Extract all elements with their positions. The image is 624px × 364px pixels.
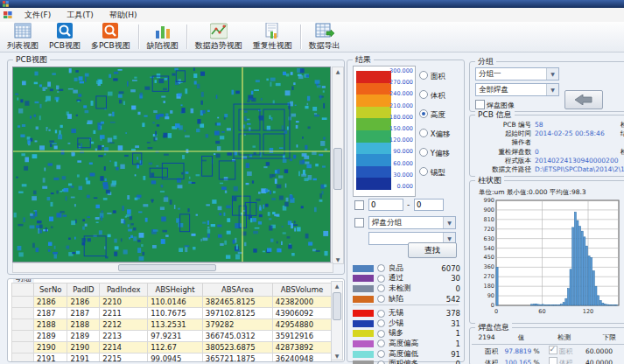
toolbar-button-6[interactable]: 数据导出 — [304, 23, 346, 51]
pad-group-dropdown[interactable]: 焊盘分组 ▼ — [368, 216, 456, 229]
table-cell[interactable]: 110.0146 — [148, 297, 203, 308]
legend-row-4[interactable]: 无锡378 — [353, 308, 460, 318]
scroll-down-icon[interactable]: ▼ — [336, 256, 340, 263]
table-cell[interactable]: 2191 — [34, 354, 67, 363]
metric-radio-3[interactable]: X偏移 — [419, 129, 451, 140]
legend-row-3[interactable]: 缺陷542 — [353, 294, 460, 304]
table-cell[interactable]: 99.0945 — [148, 354, 203, 363]
legend-row-0[interactable]: 良品6070 — [353, 263, 460, 274]
table-cell[interactable]: 2211 — [100, 308, 148, 319]
scroll-up-icon[interactable]: ▲ — [335, 282, 340, 290]
pcb-vscroll-thumb[interactable] — [333, 148, 342, 190]
details-col-PadIndex[interactable]: PadIndex — [100, 284, 148, 297]
pad-image-checkbox[interactable] — [475, 100, 485, 109]
legend-row-7[interactable]: 高度偏高1 — [353, 339, 460, 349]
toolbar-button-3[interactable]: 缺陷视图 — [142, 23, 184, 51]
radio-icon[interactable] — [377, 264, 385, 272]
table-cell[interactable]: 2188 — [67, 319, 100, 331]
details-col-ABSHeight[interactable]: ABSHeight — [148, 284, 203, 297]
table-cell[interactable]: 2213 — [100, 331, 148, 342]
find-button[interactable]: 查找 — [408, 242, 457, 258]
table-cell[interactable]: 2215 — [100, 354, 148, 363]
metric-radio-1[interactable]: 体积 — [419, 90, 445, 102]
metric-radio-5[interactable]: 锡型 — [419, 167, 445, 178]
table-cell[interactable]: 112.67 — [148, 342, 203, 354]
row-header[interactable] — [12, 331, 34, 342]
legend-row-9[interactable]: 面积偏多0 — [353, 359, 460, 364]
chevron-down-icon[interactable]: ▼ — [546, 84, 558, 95]
table-cell[interactable]: 43906092 — [272, 308, 331, 319]
details-col-SerNo[interactable]: SerNo — [34, 284, 67, 297]
radio-icon[interactable] — [377, 275, 385, 283]
menu-item-2[interactable]: 帮助(H) — [102, 9, 144, 22]
table-cell[interactable]: 2190 — [34, 342, 67, 354]
table-cell[interactable]: 2210 — [100, 297, 148, 308]
chevron-down-icon[interactable]: ▼ — [443, 217, 455, 228]
menu-item-1[interactable]: 工具(T) — [60, 9, 101, 22]
table-cell[interactable]: 110.7675 — [148, 308, 203, 319]
table-cell[interactable]: 397102.8125 — [202, 308, 272, 319]
menu-item-0[interactable]: 文件(F) — [18, 9, 58, 22]
row-header[interactable] — [12, 308, 34, 319]
radio-icon[interactable] — [377, 360, 385, 364]
legend-row-5[interactable]: 少锡31 — [353, 318, 460, 329]
radio-icon[interactable] — [377, 310, 385, 318]
table-cell[interactable]: 2212 — [100, 319, 148, 331]
table-cell[interactable]: 366745.0312 — [202, 331, 272, 342]
details-col-ABSArea[interactable]: ABSArea — [202, 284, 272, 297]
checkbox-icon[interactable] — [549, 357, 557, 364]
row-header[interactable] — [12, 297, 34, 308]
radio-icon[interactable] — [377, 295, 385, 303]
range-filter-checkbox[interactable] — [354, 200, 364, 210]
table-cell[interactable]: 35912916 — [272, 331, 331, 342]
table-cell[interactable]: 2186 — [67, 297, 100, 308]
row-header[interactable] — [12, 354, 34, 363]
pcb-board-canvas[interactable] — [12, 66, 331, 262]
table-row[interactable]: 219021902214112.67380523.687542873892 — [12, 342, 332, 354]
table-cell[interactable]: 42382000 — [272, 297, 331, 308]
chevron-down-icon[interactable]: ▼ — [546, 68, 558, 80]
radio-icon[interactable] — [377, 340, 385, 347]
table-row[interactable]: 21892189221397.9231366745.031235912916 — [12, 331, 332, 342]
details-vscroll-thumb[interactable] — [333, 292, 341, 320]
table-cell[interactable]: 36240948 — [272, 354, 331, 363]
toolbar-button-1[interactable]: PCB视图 — [44, 23, 86, 51]
table-cell[interactable]: 2189 — [67, 331, 100, 342]
radio-icon[interactable] — [419, 90, 428, 99]
toolbar-button-4[interactable]: 数据趋势视图 — [190, 23, 248, 51]
radio-icon[interactable] — [377, 284, 385, 292]
table-cell[interactable]: 2187 — [34, 308, 67, 319]
radio-icon[interactable] — [419, 167, 428, 176]
metric-radio-4[interactable]: Y偏移 — [419, 148, 450, 159]
table-row[interactable]: 218721872211110.7675397102.812543906092 — [12, 308, 332, 319]
pad-check-group[interactable]: 体积 — [549, 359, 572, 364]
radio-icon[interactable] — [419, 71, 428, 80]
table-cell[interactable]: 42873892 — [272, 342, 331, 354]
table-cell[interactable]: 42954880 — [272, 319, 331, 331]
table-cell[interactable]: 113.2531 — [148, 319, 203, 331]
legend-row-1[interactable]: 通过30 — [353, 274, 460, 284]
radio-icon[interactable] — [419, 148, 428, 157]
pcb-hscroll-thumb[interactable] — [118, 264, 216, 271]
legend-row-2[interactable]: 未检测0 — [353, 284, 460, 294]
details-vertical-scrollbar[interactable]: ▲ ▼ — [331, 281, 343, 360]
scroll-up-icon[interactable]: ▲ — [336, 67, 340, 75]
range-to-input[interactable] — [414, 199, 444, 211]
pcb-vertical-scrollbar[interactable]: ▲ ▼ — [332, 66, 344, 264]
toolbar-button-0[interactable]: 列表视图 — [2, 23, 44, 51]
scroll-down-icon[interactable]: ▼ — [335, 352, 340, 360]
table-cell[interactable]: 2191 — [67, 354, 100, 363]
checkbox-icon[interactable] — [549, 346, 557, 354]
group-one-dropdown[interactable]: 分组一 ▼ — [475, 67, 559, 80]
pcb-horizontal-scrollbar[interactable] — [12, 262, 333, 273]
table-cell[interactable]: 2189 — [34, 331, 67, 342]
table-row[interactable]: 218821882212113.253137928242954880 — [12, 319, 332, 331]
table-cell[interactable]: 2190 — [67, 342, 100, 354]
metric-radio-2[interactable]: 高度 — [419, 109, 445, 121]
radio-icon[interactable] — [377, 319, 385, 327]
radio-icon[interactable] — [377, 330, 385, 338]
row-header[interactable] — [12, 342, 34, 354]
table-row[interactable]: 21912191221599.0945365721.187536240948 — [12, 354, 332, 363]
all-pads-dropdown[interactable]: 全部焊盘 ▼ — [475, 83, 559, 96]
table-cell[interactable]: 380523.6875 — [202, 342, 272, 354]
